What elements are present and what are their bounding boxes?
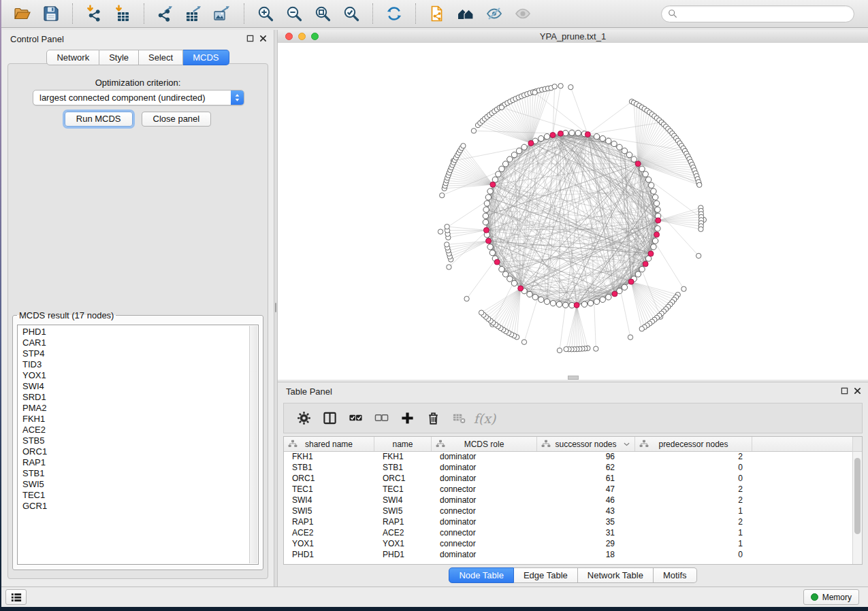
table-cell[interactable]: 31 <box>537 527 635 538</box>
sort-chevron-icon[interactable] <box>624 442 630 446</box>
table-cell[interactable]: STB1 <box>374 462 432 473</box>
manage-networks-button[interactable] <box>426 3 448 24</box>
table-row[interactable]: STB1STB1dominator620 <box>284 462 852 473</box>
tab-select[interactable]: Select <box>139 50 183 65</box>
table-cell[interactable]: connector <box>432 527 537 538</box>
table-scrollbar[interactable] <box>852 437 862 564</box>
table-cell[interactable]: connector <box>432 484 537 495</box>
table-cell[interactable]: 29 <box>537 538 635 549</box>
table-cell[interactable]: dominator <box>432 451 537 462</box>
table-cell[interactable]: RAP1 <box>284 516 374 527</box>
table-cell[interactable]: YOX1 <box>284 538 374 549</box>
table-cell[interactable]: 1 <box>635 527 752 538</box>
open-session-button[interactable] <box>12 3 33 24</box>
column-header-shared-name[interactable]: shared name <box>284 437 374 451</box>
task-history-button[interactable] <box>5 589 27 605</box>
tab-network[interactable]: Network <box>46 50 99 65</box>
table-row[interactable]: FKH1FKH1dominator962 <box>284 451 852 462</box>
table-cell[interactable]: connector <box>432 538 537 549</box>
table-row[interactable]: PHD1PHD1dominator180 <box>284 549 852 560</box>
close-panel-icon[interactable] <box>259 35 267 42</box>
mcds-result-item[interactable]: GCR1 <box>18 501 248 512</box>
tab-style[interactable]: Style <box>99 50 139 65</box>
splitter-grip[interactable] <box>275 303 276 312</box>
zoom-out-button[interactable] <box>283 3 305 24</box>
table-row[interactable]: ACE2ACE2connector311 <box>284 527 852 538</box>
mcds-result-item[interactable]: PHD1 <box>18 327 248 337</box>
mcds-result-item[interactable]: STB5 <box>18 435 248 446</box>
table-cell[interactable]: 1 <box>635 506 752 516</box>
close-panel-icon[interactable] <box>854 387 861 395</box>
table-cell[interactable]: SWI5 <box>284 506 374 516</box>
tab-edge-table[interactable]: Edge Table <box>514 567 578 583</box>
tab-mcds[interactable]: MCDS <box>183 50 229 65</box>
tab-motifs[interactable]: Motifs <box>654 567 697 583</box>
table-cell[interactable]: SWI4 <box>284 495 374 506</box>
network-canvas[interactable] <box>278 43 868 380</box>
table-row[interactable]: YOX1YOX1connector291 <box>284 538 852 549</box>
table-cell[interactable]: TEC1 <box>374 484 432 495</box>
save-session-button[interactable] <box>40 3 62 24</box>
delete-column-button[interactable] <box>421 408 445 429</box>
table-cell[interactable]: dominator <box>432 473 537 484</box>
table-cell[interactable]: 2 <box>635 484 752 495</box>
table-cell[interactable]: ORC1 <box>284 473 374 484</box>
horizontal-splitter-grip[interactable] <box>568 376 579 380</box>
table-cell[interactable]: 2 <box>635 516 752 527</box>
table-cell[interactable]: TEC1 <box>284 484 374 495</box>
mcds-result-item[interactable]: SWI4 <box>18 381 248 392</box>
table-cell[interactable]: dominator <box>432 495 537 506</box>
table-row[interactable]: ORC1ORC1dominator610 <box>284 473 852 484</box>
table-cell[interactable]: 2 <box>635 451 752 462</box>
mcds-result-item[interactable]: SWI5 <box>18 479 248 490</box>
table-cell[interactable]: connector <box>432 506 537 516</box>
mcds-result-item[interactable]: ACE2 <box>18 425 248 435</box>
table-cell[interactable]: ACE2 <box>374 527 432 538</box>
select-all-button[interactable] <box>344 408 367 429</box>
table-cell[interactable]: 18 <box>537 549 635 560</box>
export-network-button[interactable] <box>155 3 176 24</box>
column-header-predecessor-nodes[interactable]: predecessor nodes <box>635 437 752 451</box>
scrollbar-thumb[interactable] <box>854 458 861 534</box>
zoom-in-button[interactable] <box>255 3 276 24</box>
mcds-result-item[interactable]: CAR1 <box>18 337 248 348</box>
mcds-result-item[interactable]: SRD1 <box>18 392 248 403</box>
tab-network-table[interactable]: Network Table <box>578 567 654 583</box>
export-table-button[interactable] <box>183 3 205 24</box>
table-cell[interactable]: FKH1 <box>284 451 374 462</box>
mcds-result-item[interactable]: FKH1 <box>18 414 248 425</box>
table-cell[interactable]: 0 <box>635 462 752 473</box>
mcds-result-item[interactable]: ORC1 <box>18 446 248 457</box>
table-cell[interactable]: RAP1 <box>374 516 432 527</box>
apply-preferred-layout-button[interactable] <box>383 3 405 24</box>
mcds-list-scrollbar[interactable] <box>249 326 257 563</box>
table-settings-button[interactable] <box>292 408 315 429</box>
mcds-result-item[interactable]: TID3 <box>18 359 248 370</box>
table-cell[interactable]: 96 <box>537 451 635 462</box>
table-cell[interactable]: dominator <box>432 516 537 527</box>
import-network-button[interactable] <box>83 3 105 24</box>
table-cell[interactable]: PHD1 <box>284 549 374 560</box>
float-panel-icon[interactable] <box>246 35 254 42</box>
network-graph[interactable] <box>278 43 868 380</box>
table-cell[interactable]: 62 <box>537 462 635 473</box>
table-cell[interactable]: 46 <box>537 495 635 506</box>
table-row[interactable]: SWI5SWI5connector431 <box>284 506 852 516</box>
minimize-window-button[interactable] <box>298 33 306 40</box>
close-panel-button[interactable]: Close panel <box>142 112 212 127</box>
table-cell[interactable]: 1 <box>635 538 752 549</box>
memory-button[interactable]: Memory <box>803 589 859 605</box>
import-table-button[interactable] <box>112 3 133 24</box>
table-cell[interactable]: PHD1 <box>374 549 432 560</box>
search-input[interactable] <box>681 8 848 20</box>
table-cell[interactable]: 2 <box>635 495 752 506</box>
criterion-select[interactable]: largest connected component (undirected) <box>33 90 244 105</box>
column-header-name[interactable]: name <box>374 437 432 451</box>
table-row[interactable]: TEC1TEC1connector472 <box>284 484 852 495</box>
table-row[interactable]: RAP1RAP1dominator352 <box>284 516 852 527</box>
table-cell[interactable]: SWI4 <box>374 495 432 506</box>
table-cell[interactable]: 0 <box>635 549 752 560</box>
export-image-button[interactable] <box>212 3 234 24</box>
zoom-selected-button[interactable] <box>340 3 362 24</box>
maximize-window-button[interactable] <box>311 33 319 40</box>
